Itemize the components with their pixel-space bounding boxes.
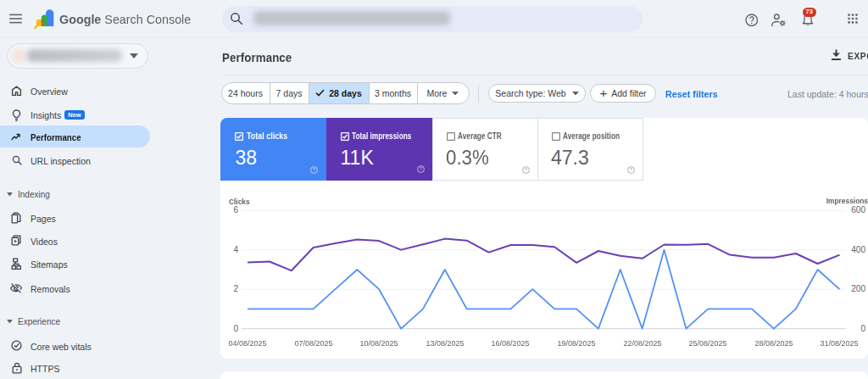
svg-text:?: ?	[313, 167, 315, 172]
svg-text:?: ?	[420, 166, 422, 171]
svg-text:?: ?	[525, 167, 527, 172]
svg-text:?: ?	[630, 167, 632, 172]
